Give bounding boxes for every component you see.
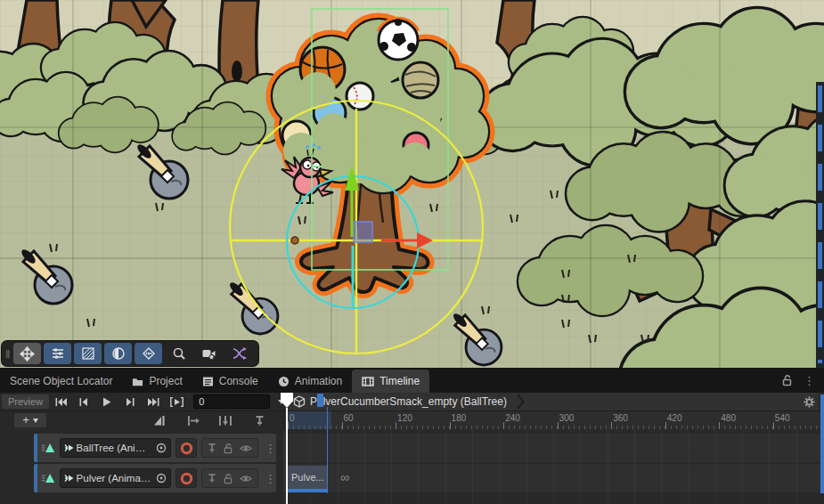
tab-scene-object-locator[interactable]: Scene Object Locator bbox=[0, 370, 122, 393]
record-button[interactable] bbox=[175, 438, 197, 458]
prefab-cube-icon bbox=[293, 395, 306, 408]
shuffle-tool-button[interactable] bbox=[225, 343, 253, 364]
replace-edit-mode-button[interactable] bbox=[214, 414, 237, 427]
balltree-track-header[interactable]: BallTree (Animator) bbox=[34, 434, 276, 462]
go-to-end-icon bbox=[148, 397, 159, 407]
film-icon bbox=[362, 376, 374, 387]
console-icon bbox=[202, 376, 214, 387]
sliders-icon bbox=[51, 346, 65, 361]
toolbar-drag-handle[interactable]: ‖ bbox=[5, 347, 9, 361]
record-button[interactable] bbox=[175, 468, 197, 488]
animation-track-icon bbox=[41, 472, 55, 484]
pulver-track-lane[interactable] bbox=[283, 464, 820, 492]
tabbar-right-controls: ⋮ bbox=[781, 368, 824, 393]
curves-view-toggle[interactable] bbox=[148, 414, 171, 427]
sphere-icon bbox=[111, 346, 126, 361]
lock-icon[interactable] bbox=[223, 473, 233, 484]
record-icon bbox=[180, 472, 193, 485]
sphere-tool-button[interactable] bbox=[104, 343, 132, 364]
go-to-start-button[interactable] bbox=[49, 394, 72, 410]
playhead-line bbox=[286, 408, 288, 504]
scene-scrollbar[interactable] bbox=[816, 82, 824, 368]
scene-tool-overlay: ‖ bbox=[2, 341, 258, 366]
camera-tool-button[interactable] bbox=[195, 343, 223, 364]
magnifier-icon bbox=[172, 346, 186, 361]
preview-button[interactable]: Preview bbox=[2, 394, 49, 409]
soccer-ball bbox=[379, 19, 418, 60]
add-label: + bbox=[22, 414, 29, 427]
tab-timeline[interactable]: Timeline bbox=[352, 370, 429, 393]
ruler-frame-label: 240 bbox=[505, 413, 520, 423]
animator-icon bbox=[64, 474, 74, 483]
add-track-button[interactable]: + bbox=[14, 413, 46, 427]
object-picker-icon[interactable] bbox=[156, 473, 167, 484]
ruler-frame-label: 300 bbox=[559, 413, 575, 423]
tab-console[interactable]: Console bbox=[192, 370, 268, 393]
scene-view[interactable]: ‖ bbox=[0, 0, 824, 368]
volleyball bbox=[403, 62, 438, 98]
timeline-panel: Preview bbox=[0, 393, 824, 504]
replace-icon bbox=[218, 415, 233, 427]
track-kebab-menu[interactable]: ⋮ bbox=[265, 442, 276, 455]
ruler-frame-label: 540 bbox=[775, 413, 790, 423]
sprite-sliders-tool-button[interactable] bbox=[44, 343, 71, 364]
track-option-buttons bbox=[201, 468, 258, 488]
sprite-skin-tool-button[interactable] bbox=[135, 343, 162, 364]
lock-icon[interactable] bbox=[223, 443, 233, 454]
tab-animation[interactable]: Animation bbox=[268, 370, 352, 393]
pin-icon[interactable] bbox=[208, 473, 216, 484]
animation-track-icon bbox=[41, 442, 55, 454]
frame-field[interactable]: 0 bbox=[193, 394, 270, 409]
balltree-track-lane[interactable] bbox=[283, 434, 820, 462]
timeline-toolbar: Preview bbox=[0, 393, 824, 411]
go-to-start-icon bbox=[55, 397, 67, 407]
breadcrumb-chevron-icon bbox=[517, 394, 525, 410]
go-to-end-button[interactable] bbox=[142, 394, 165, 410]
unlock-icon[interactable] bbox=[781, 374, 793, 386]
tab-label: Timeline bbox=[379, 375, 420, 387]
mute-eye-icon[interactable] bbox=[240, 474, 252, 484]
curves-icon bbox=[153, 415, 166, 427]
timeline-asset-breadcrumb[interactable]: PulverCucumberSmack_empty (BallTree) bbox=[285, 393, 808, 411]
pulver-animation-clip[interactable]: Pulve... bbox=[287, 466, 327, 492]
timeline-track-toolbar: + bbox=[0, 411, 824, 430]
timeline-ruler[interactable]: 060120180240300360420480540 bbox=[283, 411, 821, 430]
object-picker-icon[interactable] bbox=[156, 443, 167, 453]
kebab-menu-icon[interactable]: ⋮ bbox=[804, 374, 815, 387]
animator-icon bbox=[64, 443, 74, 452]
play-icon bbox=[102, 397, 111, 407]
move-plane-handle[interactable] bbox=[354, 222, 372, 242]
marker-toggle-button[interactable] bbox=[248, 414, 271, 427]
previous-frame-button[interactable] bbox=[72, 394, 95, 410]
pivot-dot bbox=[291, 237, 298, 244]
play-range-button[interactable] bbox=[165, 394, 188, 410]
play-range-icon bbox=[170, 397, 184, 407]
timeline-end-marker[interactable] bbox=[317, 394, 323, 407]
timeline-settings-button[interactable] bbox=[799, 393, 819, 411]
pulver-animator-field[interactable]: Pulver (Animator) bbox=[60, 468, 171, 488]
baseball bbox=[347, 83, 373, 110]
timeline-end-line bbox=[327, 407, 328, 493]
track-kebab-menu[interactable]: ⋮ bbox=[265, 472, 276, 485]
gear-icon bbox=[804, 396, 815, 408]
timeline-scrollbar[interactable] bbox=[820, 394, 824, 493]
balltree-animator-field[interactable]: BallTree (Animator) bbox=[60, 438, 171, 458]
zoom-tool-button[interactable] bbox=[165, 343, 192, 364]
ruler-frame-label: 60 bbox=[344, 413, 354, 423]
tab-project[interactable]: Project bbox=[122, 370, 192, 393]
tab-label: Scene Object Locator bbox=[10, 375, 112, 387]
tab-label: Console bbox=[219, 375, 258, 387]
ruler-frame-label: 120 bbox=[397, 413, 412, 423]
next-frame-button[interactable] bbox=[118, 394, 142, 410]
pin-icon[interactable] bbox=[208, 443, 216, 453]
ripple-edit-mode-button[interactable] bbox=[182, 414, 205, 427]
pulver-track-header[interactable]: Pulver (Animator) bbox=[34, 464, 276, 492]
move-tool-button[interactable] bbox=[13, 343, 41, 364]
hatch-fill-tool-button[interactable] bbox=[74, 343, 102, 364]
camera-icon bbox=[201, 346, 216, 361]
clock-icon bbox=[278, 376, 290, 387]
unity-editor-window: ‖ bbox=[0, 0, 824, 504]
play-button[interactable] bbox=[95, 394, 118, 410]
track-binding-label: BallTree (Animator) bbox=[77, 443, 153, 453]
mute-eye-icon[interactable] bbox=[240, 443, 252, 453]
